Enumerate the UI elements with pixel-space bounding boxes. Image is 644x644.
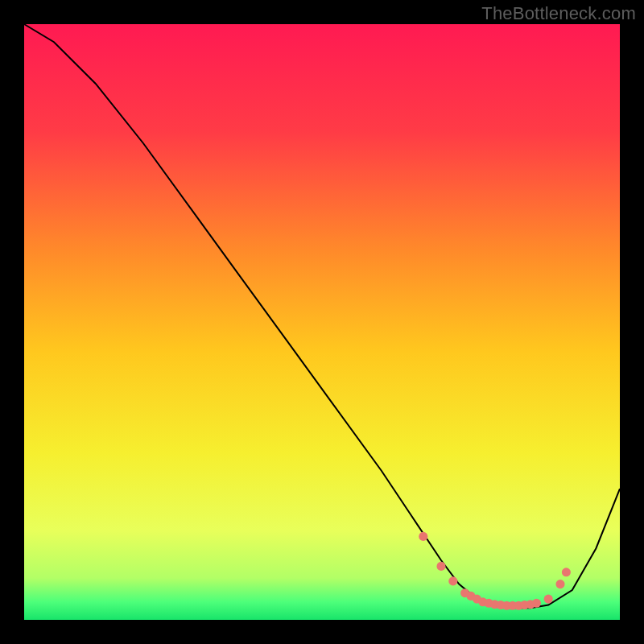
trough-marker-dot	[544, 595, 553, 604]
trough-marker-dot	[555, 580, 564, 588]
trough-marker-dot	[448, 576, 457, 585]
watermark-label: TheBottleneck.com	[481, 3, 636, 24]
trough-marker-dot	[436, 562, 445, 571]
trough-marker-dot	[562, 568, 571, 576]
bottleneck-curve	[24, 24, 620, 608]
trough-marker-dot	[419, 532, 427, 541]
trough-markers	[419, 532, 571, 610]
plot-area	[24, 24, 620, 620]
chart-overlay	[24, 24, 620, 620]
trough-marker-dot	[532, 599, 541, 608]
chart-frame: TheBottleneck.com	[0, 0, 644, 644]
